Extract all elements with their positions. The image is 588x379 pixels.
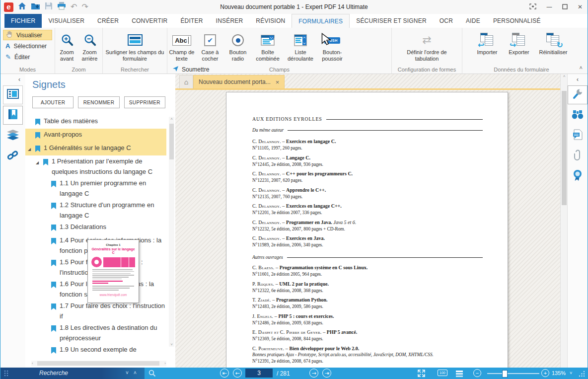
bookmark-item[interactable]: 1.1 Un premier programme en langage C (25, 177, 166, 199)
tab-fichier[interactable]: FICHIER (4, 14, 42, 28)
zoom-slider[interactable] (487, 373, 539, 374)
bookmark-item[interactable]: Table des matières (25, 115, 166, 129)
bookmark-item[interactable]: 1.8 Les directives à destination du prép… (25, 322, 166, 344)
redo-icon[interactable]: ↷ (81, 3, 88, 11)
bookmark-item[interactable]: Avant-propos (25, 129, 166, 142)
tab-ocr[interactable]: OCR (433, 14, 459, 28)
expander-icon[interactable]: ◢ (28, 144, 31, 154)
tab-personnalise[interactable]: PERSONNALISÉ (487, 14, 547, 28)
title-bar: e ↶ ↷ Nouveau document portable 1 - Expe… (0, 0, 588, 14)
tab-creer[interactable]: CRÉER (91, 14, 125, 28)
current-page-input[interactable]: 3 (245, 369, 273, 378)
comments-panel-button[interactable] (568, 126, 588, 145)
previous-page-button[interactable]: ← (233, 369, 242, 378)
maximize-button[interactable] (562, 4, 568, 10)
search-panel-button[interactable] (568, 106, 588, 125)
next-page-button[interactable]: → (309, 369, 318, 378)
tab-convertir[interactable]: CONVERTIR (125, 14, 174, 28)
rename-bookmark-button[interactable]: RENOMMER (78, 96, 119, 108)
scrollbar-thumb[interactable] (562, 91, 567, 205)
tab-formulaires[interactable]: FORMULAIRES (292, 14, 350, 28)
links-panel-button[interactable] (3, 147, 23, 165)
scroll-left-icon[interactable]: ‹ (32, 361, 33, 366)
save-icon[interactable] (45, 2, 53, 12)
text-field-button[interactable]: Abc Champ de texte (167, 29, 196, 62)
tab-securiser[interactable]: SÉCURISER ET SIGNER (350, 14, 433, 28)
mode-editer[interactable]: ✎ Éditer (3, 52, 52, 62)
home-tab[interactable]: ⌂ (179, 75, 193, 88)
actual-size-button[interactable]: 100 (438, 370, 447, 376)
scroll-up-icon[interactable]: ˄ (563, 74, 566, 78)
zoom-in-button[interactable]: + (541, 369, 549, 377)
scrollbar-thumb[interactable] (169, 124, 174, 159)
tab-editer[interactable]: ÉDITER (174, 14, 209, 28)
scroll-down-icon[interactable]: ˅ (169, 342, 174, 347)
tab-inserer[interactable]: INSÉRER (210, 14, 250, 28)
search-input[interactable]: Recherche (39, 370, 68, 377)
bookmarks-panel-button[interactable] (3, 106, 23, 125)
last-page-button[interactable]: ⇥ (322, 369, 331, 378)
bookmark-item[interactable]: ◢ 1 Généralités sur le langage C (25, 142, 166, 155)
scrollbar-thumb[interactable] (37, 361, 159, 366)
close-tab-icon[interactable]: × (276, 78, 280, 86)
panels-layout-icon[interactable] (529, 3, 536, 10)
collapse-right-panel-button[interactable]: ‹ (568, 74, 588, 84)
expander-icon[interactable]: ◢ (36, 157, 39, 168)
minimize-button[interactable]: — (546, 4, 552, 10)
reset-button[interactable]: ↻ Réinitialiser (534, 29, 572, 56)
zoom-slider-handle[interactable] (502, 370, 508, 378)
attachments-panel-button[interactable] (568, 147, 588, 165)
undo-icon[interactable]: ↶ (71, 3, 77, 11)
delete-bookmark-button[interactable]: SUPPRIMER (124, 96, 165, 108)
tools-panel-button[interactable] (568, 85, 588, 104)
collapse-ribbon-button[interactable]: ˄ (580, 65, 583, 71)
collapse-left-panel-button[interactable]: ‹ (0, 74, 25, 84)
highlight-fields-button[interactable]: Surligner les champs du formulaire (104, 29, 166, 62)
mode-visualiser[interactable]: Visualiser (3, 30, 52, 40)
zoom-menu-icon[interactable]: ˅ (570, 371, 572, 376)
tab-order-button[interactable]: ⇄ Définir l'ordre de tabulation (395, 29, 459, 62)
zoom-in-button[interactable]: Zoom avant (56, 29, 78, 62)
combobox-field-button[interactable]: Boîte combinée (252, 29, 284, 62)
zoom-out-button[interactable]: Zoom arrière (78, 29, 102, 62)
home-icon[interactable] (18, 2, 26, 12)
bookmark-item[interactable]: 1.3 Déclarations (25, 221, 166, 234)
bookmark-item[interactable]: 1.7 Pour faire des choix : l'instruction… (25, 300, 166, 322)
zoom-out-button[interactable]: − (473, 369, 481, 377)
document-canvas[interactable]: AUX EDITIONS EYROLLES Du même auteur C. … (175, 90, 561, 368)
open-file-icon[interactable] (31, 2, 40, 12)
bookmark-item[interactable]: 1.9 Un second exemple de (25, 344, 166, 357)
search-next-icon[interactable]: ˄ (134, 370, 137, 376)
search-icon[interactable] (148, 370, 156, 379)
signatures-panel-button[interactable] (568, 167, 588, 186)
close-button[interactable]: ✕ (578, 4, 583, 10)
listbox-field-button[interactable]: Liste déroulante (284, 29, 317, 62)
document-tab[interactable]: Nouveau document porta... × (193, 75, 285, 88)
resize-grip-icon[interactable] (3, 370, 9, 379)
bookmark-item[interactable]: 1.2 Structure d'un programme en langage … (25, 199, 166, 221)
tab-aide[interactable]: AIDE (459, 14, 487, 28)
thumbnails-panel-button[interactable] (3, 85, 23, 104)
scroll-up-icon[interactable]: ˄ (170, 117, 173, 121)
tab-visualiser[interactable]: VISUALISER (42, 14, 91, 28)
panel-vertical-scrollbar[interactable]: ˄ ˅ (169, 117, 174, 347)
layers-panel-button[interactable] (3, 126, 23, 145)
bookmark-item[interactable]: ◢ 1 Présentation par l'exemple de quelqu… (25, 155, 166, 177)
zoom-level-label[interactable]: 135% (552, 370, 566, 376)
tab-revision[interactable]: RÉVISION (249, 14, 292, 28)
first-page-button[interactable]: ⇤ (220, 369, 229, 378)
import-button[interactable]: ↩ Importer (471, 29, 504, 56)
search-prev-icon[interactable]: ˅ (126, 370, 129, 376)
radio-field-button[interactable]: Bouton radio (224, 29, 252, 62)
export-button[interactable]: ↪ Exporter (504, 29, 534, 56)
fit-page-button[interactable] (418, 370, 425, 379)
print-icon[interactable] (57, 2, 66, 12)
add-bookmark-button[interactable]: AJOUTER (32, 96, 74, 108)
scroll-right-icon[interactable]: › (164, 361, 166, 366)
panel-horizontal-scrollbar[interactable]: ‹ › (31, 361, 166, 366)
checkbox-field-button[interactable]: ✔ Case à cocher (196, 29, 224, 62)
window-resize-grip[interactable] (579, 370, 585, 379)
mode-selectionner[interactable]: A Sélectionner (3, 41, 52, 51)
document-vertical-scrollbar[interactable]: ˄ (560, 74, 568, 368)
page-layout-button[interactable] (455, 370, 463, 379)
